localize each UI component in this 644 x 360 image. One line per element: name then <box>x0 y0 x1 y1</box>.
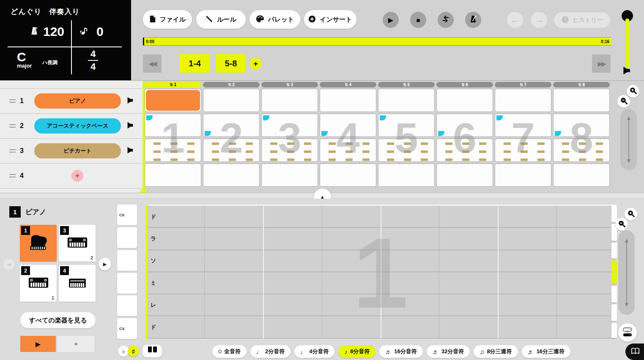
zoom-in-button[interactable] <box>625 208 637 221</box>
grid-cell[interactable] <box>436 139 493 162</box>
note-button-eighth[interactable]: ♪8分音符 <box>338 345 375 358</box>
grid-cell[interactable] <box>145 139 201 162</box>
grid-cell[interactable] <box>203 114 260 137</box>
note-button-whole[interactable]: 全音符 <box>212 345 247 358</box>
grid-cell[interactable] <box>378 164 435 187</box>
grid-cell[interactable] <box>495 164 551 187</box>
grid-cell[interactable] <box>320 114 376 137</box>
note-button-sixteenth-triplet[interactable]: ♬16分三連符 <box>522 345 570 358</box>
undo-button[interactable]: ← <box>507 12 523 28</box>
grid-cell[interactable] <box>261 89 318 112</box>
piano-key-c4[interactable]: C4 <box>117 318 137 339</box>
see-all-instruments-button[interactable]: すべての楽器を見る <box>20 312 96 328</box>
grid-cell[interactable] <box>436 114 493 137</box>
speaker-icon[interactable] <box>126 122 134 131</box>
tempo-display[interactable]: 120 <box>30 25 64 39</box>
zoom-out-button[interactable] <box>617 95 630 108</box>
loop-button[interactable] <box>438 12 454 28</box>
grid-cell[interactable] <box>320 164 376 187</box>
preview-play-button[interactable]: ▶ <box>20 336 56 352</box>
grid-cell[interactable] <box>495 89 551 112</box>
drag-handle-icon[interactable] <box>9 174 16 177</box>
view-switch-button[interactable] <box>618 323 637 342</box>
note-button-half[interactable]: ♩2分音符 <box>250 345 290 358</box>
instrument-card-keyboard[interactable]: 3 2 <box>59 225 96 262</box>
time-signature-display[interactable]: 4 4 <box>87 49 99 72</box>
roll-playhead[interactable] <box>145 205 148 340</box>
palette-button[interactable]: パレット <box>249 10 300 29</box>
volume-slider-track[interactable] <box>625 19 629 68</box>
speaker-icon[interactable] <box>126 97 134 106</box>
add-section-button[interactable]: + <box>249 57 262 70</box>
grid-cell[interactable] <box>145 114 201 137</box>
grid-cell[interactable] <box>261 139 318 162</box>
grid-cell[interactable] <box>203 89 260 112</box>
track-name-pill[interactable]: ピアノ <box>34 93 121 109</box>
piano-key-c5[interactable]: C5 <box>117 205 137 225</box>
mini-key-cell[interactable] <box>611 286 617 303</box>
sharp-button[interactable]: ♯ <box>128 346 139 357</box>
note-button-sixteenth[interactable]: ♬16分音符 <box>379 345 422 358</box>
rewind-button[interactable]: ◀◀ <box>143 55 162 73</box>
instrument-card-grand-piano[interactable]: 1 <box>20 225 57 262</box>
drag-handle-icon[interactable] <box>9 124 16 128</box>
keyboard-toggle-button[interactable] <box>143 345 162 357</box>
grid-cell[interactable] <box>495 139 551 162</box>
grid-cell[interactable] <box>261 164 318 187</box>
measure-header[interactable]: ⇅5 <box>378 82 435 87</box>
section-tab-1-4[interactable]: 1-4 <box>179 54 210 73</box>
piano-key[interactable] <box>117 250 137 271</box>
grid-cell[interactable] <box>553 164 610 187</box>
measure-header[interactable]: ⇅4 <box>320 82 376 87</box>
drag-handle-icon[interactable] <box>9 149 16 153</box>
measure-header[interactable]: ⇅8 <box>553 82 610 87</box>
timeline-playhead[interactable] <box>143 38 144 45</box>
grid-cell[interactable] <box>495 114 551 137</box>
timeline-bar[interactable]: 0:00 0:16 <box>143 37 611 46</box>
redo-button[interactable]: → <box>531 12 547 28</box>
stop-button[interactable]: ■ <box>410 12 426 28</box>
track-row-bass[interactable]: 2 アコースティックベース <box>0 113 143 138</box>
metronome-toggle-button[interactable] <box>465 12 481 28</box>
file-button[interactable]: ファイル <box>143 10 192 29</box>
note-button-eighth-triplet[interactable]: ♫8分三連符 <box>474 345 518 358</box>
speaker-icon[interactable] <box>126 147 134 155</box>
sequencer-playhead[interactable] <box>143 81 145 191</box>
instrument-card-keyboard[interactable]: 2 1 <box>20 265 57 302</box>
grid-cell[interactable] <box>203 139 260 162</box>
grid-cell[interactable] <box>553 139 610 162</box>
play-button[interactable]: ▶ <box>383 12 399 28</box>
grid-cell[interactable] <box>436 164 493 187</box>
track-name-pill[interactable]: アコースティックベース <box>34 118 121 134</box>
rule-button[interactable]: ルール <box>196 10 246 29</box>
grid-cell[interactable] <box>436 89 493 112</box>
piano-key[interactable] <box>117 227 137 248</box>
measure-header[interactable]: ⇅7 <box>495 82 551 87</box>
manual-button[interactable] <box>625 344 644 360</box>
mini-key-cell[interactable] <box>611 304 617 321</box>
measure-header[interactable]: ⇅3 <box>261 82 318 87</box>
zoom-out-button[interactable] <box>615 218 628 231</box>
instrument-card-keyboard-plain[interactable]: 4 <box>59 265 96 302</box>
grid-cell[interactable] <box>145 89 201 112</box>
vertical-scrollbar[interactable] <box>620 109 637 170</box>
grid-cell[interactable] <box>378 114 435 137</box>
section-tab-5-8[interactable]: 5-8 <box>216 54 246 73</box>
piano-roll[interactable]: ド ラ ソ ミ レ ド 1 <box>145 205 616 338</box>
measure-header[interactable]: ⇅6 <box>436 82 493 87</box>
track-row-piano[interactable]: 1 ピアノ <box>0 88 143 113</box>
key-display[interactable]: C major <box>17 51 32 69</box>
preview-stop-button[interactable]: ■ <box>58 336 94 352</box>
grid-cell[interactable] <box>145 164 201 187</box>
measure-header[interactable]: ⇅2 <box>203 82 260 87</box>
grid-cell[interactable] <box>378 139 435 162</box>
mini-key-cell[interactable] <box>611 323 617 338</box>
drag-handle-icon[interactable] <box>9 99 16 103</box>
grid-cell[interactable] <box>320 89 376 112</box>
mini-key-cell-current[interactable] <box>611 260 617 284</box>
track-name-pill[interactable]: ピチカート <box>34 143 121 158</box>
mini-key-cell[interactable] <box>611 205 617 222</box>
vertical-scrollbar[interactable] <box>618 230 635 315</box>
swing-display[interactable]: 0 <box>79 25 104 39</box>
grid-cell[interactable] <box>261 114 318 137</box>
